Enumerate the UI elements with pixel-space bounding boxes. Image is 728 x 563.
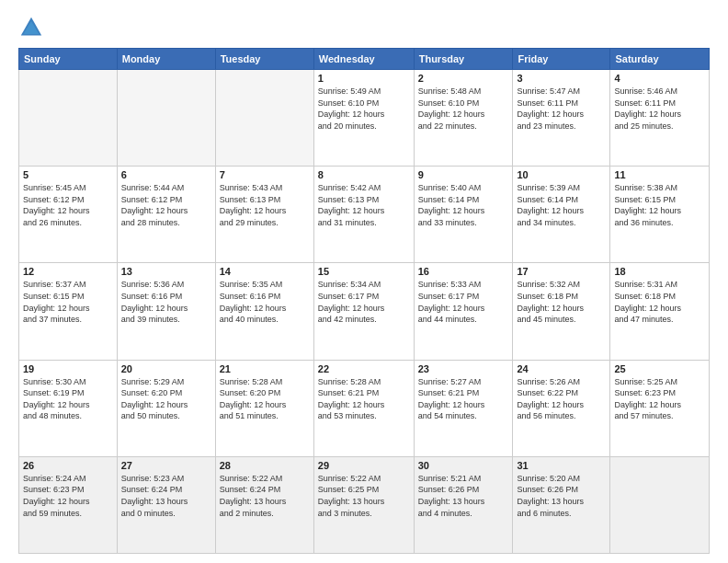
calendar-cell: 8Sunrise: 5:42 AM Sunset: 6:13 PM Daylig… bbox=[313, 167, 414, 263]
day-number: 27 bbox=[121, 460, 211, 471]
calendar-header: SundayMondayTuesdayWednesdayThursdayFrid… bbox=[19, 49, 710, 70]
page: SundayMondayTuesdayWednesdayThursdayFrid… bbox=[0, 0, 728, 563]
day-number: 14 bbox=[220, 266, 310, 277]
day-number: 15 bbox=[318, 266, 410, 277]
day-number: 25 bbox=[614, 363, 705, 374]
day-number: 21 bbox=[220, 363, 310, 374]
calendar-cell: 4Sunrise: 5:46 AM Sunset: 6:11 PM Daylig… bbox=[610, 70, 710, 167]
day-info: Sunrise: 5:28 AM Sunset: 6:21 PM Dayligh… bbox=[318, 376, 410, 422]
calendar-week-5: 26Sunrise: 5:24 AM Sunset: 6:23 PM Dayli… bbox=[19, 456, 710, 553]
calendar-week-3: 12Sunrise: 5:37 AM Sunset: 6:15 PM Dayli… bbox=[19, 263, 710, 360]
calendar-cell: 2Sunrise: 5:48 AM Sunset: 6:10 PM Daylig… bbox=[414, 70, 513, 167]
calendar-week-2: 5Sunrise: 5:45 AM Sunset: 6:12 PM Daylig… bbox=[19, 167, 710, 263]
calendar-week-1: 1Sunrise: 5:49 AM Sunset: 6:10 PM Daylig… bbox=[19, 70, 710, 167]
day-info: Sunrise: 5:29 AM Sunset: 6:20 PM Dayligh… bbox=[121, 376, 211, 422]
calendar-cell: 14Sunrise: 5:35 AM Sunset: 6:16 PM Dayli… bbox=[215, 263, 313, 360]
weekday-header-thursday: Thursday bbox=[414, 49, 513, 70]
day-number: 5 bbox=[23, 169, 113, 180]
day-info: Sunrise: 5:36 AM Sunset: 6:16 PM Dayligh… bbox=[121, 279, 211, 325]
weekday-header-friday: Friday bbox=[513, 49, 610, 70]
weekday-header-monday: Monday bbox=[117, 49, 215, 70]
calendar-cell: 26Sunrise: 5:24 AM Sunset: 6:23 PM Dayli… bbox=[19, 456, 118, 553]
day-info: Sunrise: 5:34 AM Sunset: 6:17 PM Dayligh… bbox=[318, 279, 410, 325]
calendar-cell: 16Sunrise: 5:33 AM Sunset: 6:17 PM Dayli… bbox=[414, 263, 513, 360]
day-number: 6 bbox=[121, 169, 211, 180]
day-number: 3 bbox=[517, 73, 606, 84]
calendar-cell: 22Sunrise: 5:28 AM Sunset: 6:21 PM Dayli… bbox=[313, 360, 414, 456]
day-number: 12 bbox=[23, 266, 113, 277]
day-info: Sunrise: 5:21 AM Sunset: 6:26 PM Dayligh… bbox=[418, 473, 509, 519]
calendar-cell: 20Sunrise: 5:29 AM Sunset: 6:20 PM Dayli… bbox=[117, 360, 215, 456]
calendar-cell: 9Sunrise: 5:40 AM Sunset: 6:14 PM Daylig… bbox=[414, 167, 513, 263]
logo-icon bbox=[18, 15, 44, 40]
calendar-cell: 7Sunrise: 5:43 AM Sunset: 6:13 PM Daylig… bbox=[215, 167, 313, 263]
day-info: Sunrise: 5:31 AM Sunset: 6:18 PM Dayligh… bbox=[614, 279, 705, 325]
calendar-cell: 5Sunrise: 5:45 AM Sunset: 6:12 PM Daylig… bbox=[19, 167, 118, 263]
calendar-cell: 24Sunrise: 5:26 AM Sunset: 6:22 PM Dayli… bbox=[513, 360, 610, 456]
day-number: 29 bbox=[318, 460, 410, 471]
weekday-header-wednesday: Wednesday bbox=[313, 49, 414, 70]
day-info: Sunrise: 5:24 AM Sunset: 6:23 PM Dayligh… bbox=[23, 473, 113, 519]
day-number: 26 bbox=[23, 460, 113, 471]
weekday-header-sunday: Sunday bbox=[19, 49, 118, 70]
day-info: Sunrise: 5:43 AM Sunset: 6:13 PM Dayligh… bbox=[220, 182, 310, 228]
calendar-cell bbox=[117, 70, 215, 167]
header bbox=[18, 15, 710, 40]
calendar-cell: 10Sunrise: 5:39 AM Sunset: 6:14 PM Dayli… bbox=[513, 167, 610, 263]
day-number: 19 bbox=[23, 363, 113, 374]
calendar-cell: 28Sunrise: 5:22 AM Sunset: 6:24 PM Dayli… bbox=[215, 456, 313, 553]
day-number: 2 bbox=[418, 73, 509, 84]
calendar-week-4: 19Sunrise: 5:30 AM Sunset: 6:19 PM Dayli… bbox=[19, 360, 710, 456]
day-number: 28 bbox=[220, 460, 310, 471]
day-number: 7 bbox=[220, 169, 310, 180]
calendar-cell bbox=[19, 70, 118, 167]
day-info: Sunrise: 5:46 AM Sunset: 6:11 PM Dayligh… bbox=[614, 86, 705, 132]
day-info: Sunrise: 5:22 AM Sunset: 6:24 PM Dayligh… bbox=[220, 473, 310, 519]
day-info: Sunrise: 5:38 AM Sunset: 6:15 PM Dayligh… bbox=[614, 182, 705, 228]
day-info: Sunrise: 5:44 AM Sunset: 6:12 PM Dayligh… bbox=[121, 182, 211, 228]
logo bbox=[18, 15, 48, 40]
day-info: Sunrise: 5:26 AM Sunset: 6:22 PM Dayligh… bbox=[517, 376, 606, 422]
day-number: 23 bbox=[418, 363, 509, 374]
calendar-body: 1Sunrise: 5:49 AM Sunset: 6:10 PM Daylig… bbox=[19, 70, 710, 554]
day-number: 16 bbox=[418, 266, 509, 277]
day-info: Sunrise: 5:23 AM Sunset: 6:24 PM Dayligh… bbox=[121, 473, 211, 519]
day-info: Sunrise: 5:35 AM Sunset: 6:16 PM Dayligh… bbox=[220, 279, 310, 325]
calendar-cell: 6Sunrise: 5:44 AM Sunset: 6:12 PM Daylig… bbox=[117, 167, 215, 263]
day-number: 20 bbox=[121, 363, 211, 374]
calendar-cell bbox=[610, 456, 710, 553]
day-info: Sunrise: 5:39 AM Sunset: 6:14 PM Dayligh… bbox=[517, 182, 606, 228]
day-info: Sunrise: 5:25 AM Sunset: 6:23 PM Dayligh… bbox=[614, 376, 705, 422]
day-number: 11 bbox=[614, 169, 705, 180]
day-info: Sunrise: 5:47 AM Sunset: 6:11 PM Dayligh… bbox=[517, 86, 606, 132]
calendar-cell: 13Sunrise: 5:36 AM Sunset: 6:16 PM Dayli… bbox=[117, 263, 215, 360]
day-number: 10 bbox=[517, 169, 606, 180]
calendar-cell: 29Sunrise: 5:22 AM Sunset: 6:25 PM Dayli… bbox=[313, 456, 414, 553]
day-info: Sunrise: 5:33 AM Sunset: 6:17 PM Dayligh… bbox=[418, 279, 509, 325]
day-info: Sunrise: 5:22 AM Sunset: 6:25 PM Dayligh… bbox=[318, 473, 410, 519]
day-info: Sunrise: 5:28 AM Sunset: 6:20 PM Dayligh… bbox=[220, 376, 310, 422]
calendar-cell bbox=[215, 70, 313, 167]
day-number: 4 bbox=[614, 73, 705, 84]
day-number: 31 bbox=[517, 460, 606, 471]
calendar-cell: 11Sunrise: 5:38 AM Sunset: 6:15 PM Dayli… bbox=[610, 167, 710, 263]
day-number: 22 bbox=[318, 363, 410, 374]
calendar-cell: 19Sunrise: 5:30 AM Sunset: 6:19 PM Dayli… bbox=[19, 360, 118, 456]
day-info: Sunrise: 5:40 AM Sunset: 6:14 PM Dayligh… bbox=[418, 182, 509, 228]
calendar-cell: 21Sunrise: 5:28 AM Sunset: 6:20 PM Dayli… bbox=[215, 360, 313, 456]
day-number: 30 bbox=[418, 460, 509, 471]
day-info: Sunrise: 5:48 AM Sunset: 6:10 PM Dayligh… bbox=[418, 86, 509, 132]
day-number: 17 bbox=[517, 266, 606, 277]
day-info: Sunrise: 5:42 AM Sunset: 6:13 PM Dayligh… bbox=[318, 182, 410, 228]
day-info: Sunrise: 5:30 AM Sunset: 6:19 PM Dayligh… bbox=[23, 376, 113, 422]
weekday-header-saturday: Saturday bbox=[610, 49, 710, 70]
calendar-cell: 23Sunrise: 5:27 AM Sunset: 6:21 PM Dayli… bbox=[414, 360, 513, 456]
calendar-cell: 25Sunrise: 5:25 AM Sunset: 6:23 PM Dayli… bbox=[610, 360, 710, 456]
calendar-cell: 12Sunrise: 5:37 AM Sunset: 6:15 PM Dayli… bbox=[19, 263, 118, 360]
day-info: Sunrise: 5:20 AM Sunset: 6:26 PM Dayligh… bbox=[517, 473, 606, 519]
weekday-row: SundayMondayTuesdayWednesdayThursdayFrid… bbox=[19, 49, 710, 70]
day-info: Sunrise: 5:45 AM Sunset: 6:12 PM Dayligh… bbox=[23, 182, 113, 228]
day-number: 24 bbox=[517, 363, 606, 374]
day-number: 13 bbox=[121, 266, 211, 277]
day-info: Sunrise: 5:37 AM Sunset: 6:15 PM Dayligh… bbox=[23, 279, 113, 325]
